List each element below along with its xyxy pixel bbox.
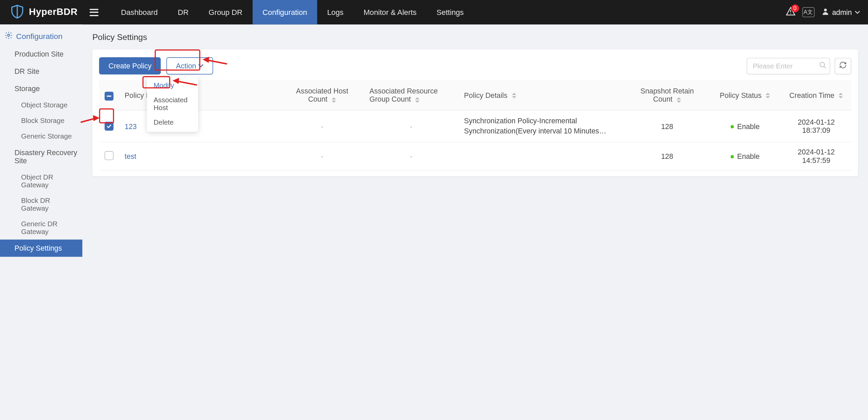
sidebar: Configuration Production Site DR Site St… [0, 24, 82, 420]
sidebar-item-generic-dr-gateway[interactable]: Generic DR Gateway [0, 216, 82, 239]
chevron-down-icon [198, 62, 204, 70]
sidebar-item-block-storage[interactable]: Block Storage [0, 113, 82, 128]
main-content: Policy Settings Create Policy Action Mod… [82, 24, 868, 420]
policy-status: Enable [709, 110, 781, 142]
sidebar-item-block-dr-gateway[interactable]: Block DR Gateway [0, 193, 82, 216]
chevron-down-icon [855, 8, 860, 17]
snapshot-count: 128 [625, 142, 709, 171]
sidebar-item-generic-storage[interactable]: Generic Storage [0, 128, 82, 144]
language-toggle[interactable]: A文 [802, 7, 814, 17]
row-checkbox[interactable] [105, 151, 114, 160]
status-dot-icon [730, 155, 734, 159]
create-policy-button[interactable]: Create Policy [99, 57, 161, 75]
svg-point-4 [820, 62, 824, 66]
sort-icon[interactable] [766, 93, 770, 98]
action-label: Action [176, 62, 196, 70]
logo[interactable]: HyperBDR [10, 4, 78, 20]
svg-point-2 [824, 8, 827, 11]
policy-status: Enable [709, 142, 781, 171]
user-name: admin [832, 8, 852, 17]
sort-icon[interactable] [512, 93, 516, 98]
policy-panel: Create Policy Action Modify Associated H… [92, 49, 858, 176]
search-input[interactable] [747, 58, 830, 74]
action-dropdown-menu: Modify Associated Host Delete [147, 76, 198, 132]
creation-time: 2024-01-12 18:37:09 [781, 110, 851, 142]
status-dot-icon [730, 125, 734, 129]
user-icon [821, 7, 829, 17]
sidebar-item-object-dr-gateway[interactable]: Object DR Gateway [0, 170, 82, 193]
notification-badge: 0 [791, 4, 799, 12]
topnav-group-dr[interactable]: Group DR [199, 0, 253, 24]
top-header: HyperBDR Dashboard DR Group DR Configura… [0, 0, 868, 24]
svg-point-3 [7, 34, 9, 36]
col-policy-details: Policy Details [464, 91, 508, 99]
sidebar-item-disaster-recovery[interactable]: Disastery Recovery Site [0, 144, 82, 169]
creation-time: 2024-01-12 14:57:59 [781, 142, 851, 171]
col-snapshot-retain: Snapshot Retain Count [640, 87, 694, 103]
host-count: - [280, 142, 364, 171]
topnav-monitor-alerts[interactable]: Monitor & Alerts [354, 0, 427, 24]
refresh-button[interactable] [835, 58, 851, 74]
topnav-settings[interactable]: Settings [427, 0, 474, 24]
resgroup-count: - [364, 110, 458, 142]
gear-icon [4, 31, 13, 41]
topnav-configuration[interactable]: Configuration [253, 0, 317, 24]
sidebar-item-storage[interactable]: Storage [0, 80, 82, 97]
host-count: - [280, 110, 364, 142]
table-row: test - - 128 Enable 2024-01-12 14:57:59 [99, 142, 851, 171]
search-icon[interactable] [819, 61, 827, 71]
toolbar: Create Policy Action Modify Associated H… [99, 57, 851, 75]
row-checkbox[interactable] [105, 122, 114, 131]
action-menu-delete[interactable]: Delete [147, 115, 198, 130]
svg-point-0 [790, 13, 791, 13]
sidebar-item-policy-settings[interactable]: Policy Settings [0, 239, 82, 257]
col-creation-time: Creation Time [789, 91, 834, 99]
sort-icon[interactable] [839, 93, 843, 98]
policy-name-link[interactable]: 123 [125, 122, 137, 131]
top-nav: Dashboard DR Group DR Configuration Logs… [111, 0, 474, 24]
notifications-button[interactable]: 0 [785, 6, 795, 18]
sidebar-header-label: Configuration [16, 32, 63, 41]
page-title: Policy Settings [92, 32, 858, 42]
action-menu-modify[interactable]: Modify [147, 78, 198, 93]
col-associated-host: Associated Host Count [296, 87, 348, 103]
sidebar-item-dr-site[interactable]: DR Site [0, 63, 82, 80]
hamburger-menu-icon[interactable] [90, 8, 99, 16]
topnav-logs[interactable]: Logs [317, 0, 353, 24]
action-menu-associated-host[interactable]: Associated Host [147, 93, 198, 115]
policy-table: Policy Na Associated Host Count Associat… [99, 80, 851, 171]
topnav-dashboard[interactable]: Dashboard [111, 0, 167, 24]
snapshot-count: 128 [625, 110, 709, 142]
logo-shield-icon [10, 4, 25, 20]
sort-icon[interactable] [677, 97, 681, 102]
table-row: 123 - - Synchronization Policy-Increment… [99, 110, 851, 142]
policy-details-text: Synchronization Policy-Incremental Synch… [464, 116, 620, 136]
sidebar-item-production-site[interactable]: Production Site [0, 46, 82, 63]
svg-rect-1 [790, 10, 791, 12]
resgroup-count: - [364, 142, 458, 171]
sort-icon[interactable] [332, 97, 336, 102]
sidebar-item-object-storage[interactable]: Object Storage [0, 97, 82, 113]
refresh-icon [839, 61, 847, 71]
sort-icon[interactable] [415, 97, 419, 102]
logo-text: HyperBDR [29, 7, 77, 18]
select-all-checkbox[interactable] [105, 91, 114, 100]
user-menu[interactable]: admin [821, 7, 860, 17]
svg-line-5 [824, 66, 826, 68]
col-policy-status: Policy Status [720, 91, 762, 99]
sidebar-header: Configuration [0, 24, 82, 45]
col-associated-resource-group: Associated Resource Group Count [370, 87, 438, 103]
action-dropdown-button[interactable]: Action [166, 57, 213, 75]
policy-name-link[interactable]: test [125, 152, 136, 161]
topnav-dr[interactable]: DR [168, 0, 199, 24]
